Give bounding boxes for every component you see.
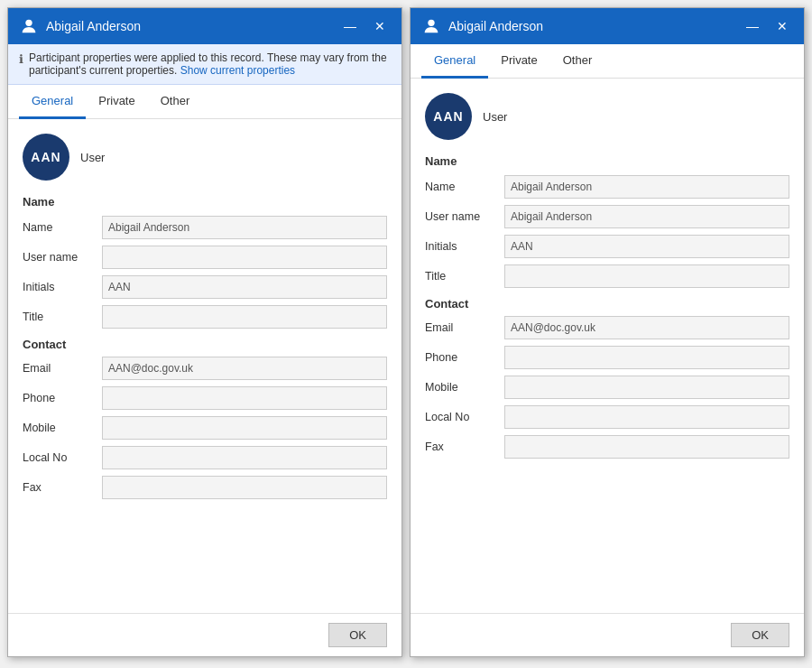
label-fax-left: Fax: [23, 481, 95, 494]
form-row-title-left: Title: [23, 305, 387, 329]
tab-general-right[interactable]: General: [421, 44, 488, 79]
notification-bar: ℹ Participant properties were applied to…: [8, 44, 401, 85]
right-dialog-body: AAN User Name Name User name Initials Ti…: [411, 79, 804, 613]
label-mobile-right: Mobile: [425, 381, 497, 394]
form-row-name-right: Name: [425, 175, 789, 199]
label-initials-right: Initials: [425, 240, 497, 253]
input-title-right[interactable]: [504, 264, 789, 288]
tab-other-left[interactable]: Other: [148, 85, 203, 119]
form-row-email-right: Email: [425, 316, 789, 339]
label-fax-right: Fax: [425, 441, 497, 453]
left-avatar-row: AAN User: [23, 134, 387, 181]
input-initials-left[interactable]: [102, 275, 387, 299]
left-ok-button[interactable]: OK: [328, 623, 387, 647]
input-email-left[interactable]: [102, 357, 387, 380]
right-name-section-header: Name: [425, 154, 789, 168]
right-role-label: User: [483, 110, 507, 124]
form-row-initials-right: Initials: [425, 235, 789, 258]
left-minimize-button[interactable]: —: [338, 18, 362, 34]
label-title-right: Title: [425, 270, 497, 283]
right-title-bar: Abigail Anderson — ✕: [411, 8, 804, 44]
right-ok-button[interactable]: OK: [731, 623, 789, 647]
input-name-left[interactable]: [102, 216, 387, 239]
left-title-bar: Abigail Anderson — ✕: [8, 8, 401, 44]
svg-point-0: [25, 20, 32, 26]
label-name-right: Name: [425, 181, 497, 193]
form-row-username-left: User name: [23, 246, 387, 269]
left-dialog-body: AAN User Name Name User name Initials Ti…: [8, 119, 401, 613]
form-row-mobile-right: Mobile: [425, 376, 789, 399]
form-row-phone-left: Phone: [23, 386, 387, 410]
left-dialog: Abigail Anderson — ✕ ℹ Participant prope…: [7, 7, 402, 657]
right-title-text: Abigail Anderson: [448, 19, 734, 33]
left-close-button[interactable]: ✕: [369, 18, 391, 34]
info-icon: ℹ: [19, 52, 23, 66]
input-fax-left[interactable]: [102, 476, 387, 499]
tab-private-left[interactable]: Private: [86, 85, 147, 119]
left-dialog-footer: OK: [8, 613, 401, 656]
notification-text: Participant properties were applied to t…: [29, 51, 391, 77]
input-localNo-right[interactable]: [504, 405, 789, 429]
form-row-phone-right: Phone: [425, 346, 789, 369]
input-phone-left[interactable]: [102, 386, 387, 410]
label-phone-right: Phone: [425, 351, 497, 364]
form-row-localNo-left: Local No: [23, 446, 387, 469]
user-icon-left: [19, 16, 39, 36]
right-minimize-button[interactable]: —: [741, 18, 764, 34]
form-row-fax-left: Fax: [23, 476, 387, 499]
input-mobile-right[interactable]: [504, 376, 789, 399]
form-row-title-right: Title: [425, 264, 789, 288]
right-avatar-row: AAN User: [425, 93, 789, 140]
input-title-left[interactable]: [102, 305, 387, 329]
right-contact-section-header: Contact: [425, 297, 789, 311]
left-title-text: Abigail Anderson: [46, 19, 331, 33]
form-row-username-right: User name: [425, 205, 789, 228]
input-fax-right[interactable]: [504, 435, 789, 459]
user-icon-right: [421, 16, 441, 36]
form-row-mobile-left: Mobile: [23, 416, 387, 440]
left-role-label: User: [80, 151, 105, 164]
left-avatar: AAN: [23, 134, 69, 181]
left-contact-section-header: Contact: [23, 338, 387, 351]
form-row-fax-right: Fax: [425, 435, 789, 459]
form-row-email-left: Email: [23, 357, 387, 380]
tab-other-right[interactable]: Other: [550, 44, 605, 79]
input-name-right[interactable]: [504, 175, 789, 199]
tab-private-right[interactable]: Private: [488, 44, 549, 79]
label-email-left: Email: [23, 362, 95, 375]
input-phone-right[interactable]: [504, 346, 789, 369]
input-email-right[interactable]: [504, 316, 789, 339]
input-username-right[interactable]: [504, 205, 789, 228]
right-dialog-footer: OK: [411, 613, 804, 656]
label-email-right: Email: [425, 321, 497, 334]
svg-point-1: [428, 20, 434, 26]
label-localNo-right: Local No: [425, 411, 497, 423]
input-username-left[interactable]: [102, 246, 387, 269]
right-tabs: General Private Other: [411, 44, 804, 79]
label-username-right: User name: [425, 210, 497, 223]
input-localNo-left[interactable]: [102, 446, 387, 469]
label-phone-left: Phone: [23, 392, 95, 404]
input-mobile-left[interactable]: [102, 416, 387, 440]
form-row-initials-left: Initials: [23, 275, 387, 299]
form-row-name-left: Name: [23, 216, 387, 239]
input-initials-right[interactable]: [504, 235, 789, 258]
label-mobile-left: Mobile: [23, 422, 95, 434]
form-row-localNo-right: Local No: [425, 405, 789, 429]
label-username-left: User name: [23, 251, 95, 264]
label-localNo-left: Local No: [23, 451, 95, 464]
right-avatar: AAN: [425, 93, 472, 140]
label-initials-left: Initials: [23, 281, 95, 293]
right-dialog: Abigail Anderson — ✕ General Private Oth…: [410, 7, 805, 657]
left-tabs: General Private Other: [8, 85, 401, 119]
right-close-button[interactable]: ✕: [771, 18, 793, 34]
label-title-left: Title: [23, 311, 95, 323]
left-name-section-header: Name: [23, 195, 387, 209]
label-name-left: Name: [23, 221, 95, 234]
show-current-properties-link[interactable]: Show current properties: [180, 64, 295, 77]
tab-general-left[interactable]: General: [19, 85, 86, 119]
